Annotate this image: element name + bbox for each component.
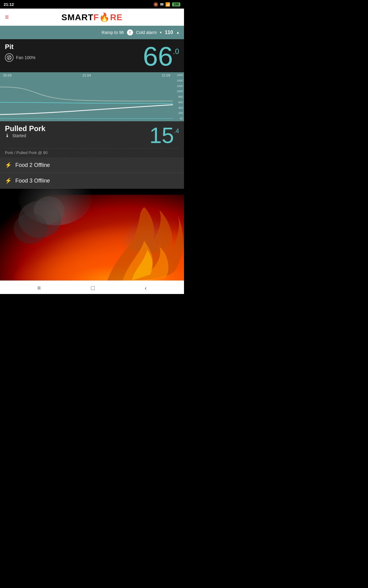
chart-time-1: 20:59 bbox=[3, 74, 12, 77]
food-name: Pulled Pork bbox=[5, 124, 45, 133]
fan-icon bbox=[5, 53, 13, 62]
food-status: 🌡 Started bbox=[5, 133, 45, 138]
alarm-bar[interactable]: Ramp to 96 ! Cold alarm ▾ 110 ▲ bbox=[0, 26, 184, 39]
cold-alarm-label: Cold alarm bbox=[136, 30, 157, 35]
warning-icon: ! bbox=[127, 29, 133, 36]
y-label-8: 0C bbox=[174, 117, 183, 120]
alarm-temp-arrow[interactable]: ▲ bbox=[176, 30, 180, 35]
fan-svg bbox=[6, 55, 12, 60]
bolt-icon-3: ⚡ bbox=[5, 177, 12, 184]
y-label-1: 140C bbox=[174, 79, 183, 82]
food-3-offline-text: Food 3 Offline bbox=[15, 178, 50, 184]
title-fire: F🔥RE bbox=[94, 13, 123, 22]
message-icon: ✉ bbox=[160, 2, 163, 7]
pit-info: Pit Fan 100% bbox=[5, 43, 36, 62]
ramp-label: Ramp to 96 bbox=[102, 30, 124, 35]
nav-menu-button[interactable]: ≡ bbox=[31, 282, 47, 294]
status-icons: 🔕 ✉ 📶 100 bbox=[153, 2, 180, 7]
bell-icon: 🔕 bbox=[153, 2, 158, 7]
y-label-7: 20C bbox=[174, 111, 183, 115]
chart-time-2: 21:04 bbox=[82, 74, 91, 77]
svg-point-3 bbox=[14, 213, 48, 244]
cold-alarm-chevron[interactable]: ▾ bbox=[160, 30, 162, 35]
chart-time-labels: 20:59 21:04 21:09 bbox=[0, 72, 173, 77]
fire-image bbox=[0, 189, 184, 281]
food-info: Pulled Pork 🌡 Started bbox=[5, 124, 45, 138]
food-header: Pulled Pork 🌡 Started 15 .4 bbox=[5, 124, 179, 146]
wifi-icon: 📶 bbox=[165, 2, 170, 7]
pit-temperature: 66 .0 bbox=[143, 43, 179, 70]
fire-svg bbox=[0, 189, 184, 281]
pit-temp-value: 66 bbox=[143, 43, 173, 70]
food-2-offline[interactable]: ⚡ Food 2 Offline bbox=[0, 157, 184, 173]
y-label-3: 100C bbox=[174, 90, 183, 93]
alarm-temp-value: 110 bbox=[165, 30, 173, 35]
status-bar: 21:12 🔕 ✉ 📶 100 bbox=[0, 0, 184, 9]
status-time: 21:12 bbox=[4, 2, 14, 7]
chart-y-axis: 160C 140C 120C 100C 80C 60C 40C 20C 0C bbox=[173, 72, 184, 121]
app-title: SMARTF🔥RE bbox=[61, 12, 123, 22]
chart-time-3: 21:09 bbox=[162, 74, 170, 77]
bolt-icon-2: ⚡ bbox=[5, 162, 12, 168]
chart-lines bbox=[0, 78, 173, 121]
battery-icon: 100 bbox=[172, 2, 180, 6]
thermometer-icon: 🌡 bbox=[5, 133, 10, 138]
app-header: ≡ SMARTF🔥RE bbox=[0, 9, 184, 26]
food-status-label: Started bbox=[12, 133, 26, 138]
y-label-6: 40C bbox=[174, 106, 183, 109]
y-label-2: 120C bbox=[174, 85, 183, 88]
y-label-0: 160C bbox=[174, 74, 183, 77]
pit-section: Pit Fan 100% 66 .0 bbox=[0, 39, 184, 72]
food-3-offline[interactable]: ⚡ Food 3 Offline bbox=[0, 173, 184, 189]
food-temp-decimal: .4 bbox=[174, 127, 179, 134]
food-temp-value: 15 bbox=[149, 124, 174, 146]
nav-home-button[interactable]: □ bbox=[85, 282, 101, 294]
pit-label: Pit bbox=[5, 43, 36, 51]
food-section-1: Pulled Pork 🌡 Started 15 .4 Pork / Pulle… bbox=[0, 121, 184, 157]
nav-back-button[interactable]: ‹ bbox=[139, 282, 153, 294]
temperature-chart: 20:59 21:04 21:09 160C 140C 120C 100C 80… bbox=[0, 72, 184, 121]
y-label-4: 80C bbox=[174, 95, 183, 98]
title-smart: SMART bbox=[61, 13, 94, 22]
y-label-5: 60C bbox=[174, 101, 183, 104]
pit-temp-decimal: .0 bbox=[173, 47, 179, 56]
pit-fan: Fan 100% bbox=[5, 53, 36, 62]
nav-bar: ≡ □ ‹ bbox=[0, 281, 184, 294]
food-2-offline-text: Food 2 Offline bbox=[15, 162, 50, 168]
food-temperature: 15 .4 bbox=[149, 124, 179, 146]
chart-svg bbox=[0, 78, 173, 121]
food-subtitle: Pork / Pulled Pork @ 90 bbox=[5, 148, 179, 155]
fan-label: Fan 100% bbox=[16, 55, 36, 60]
fire-background bbox=[0, 189, 184, 281]
menu-button[interactable]: ≡ bbox=[5, 13, 9, 21]
